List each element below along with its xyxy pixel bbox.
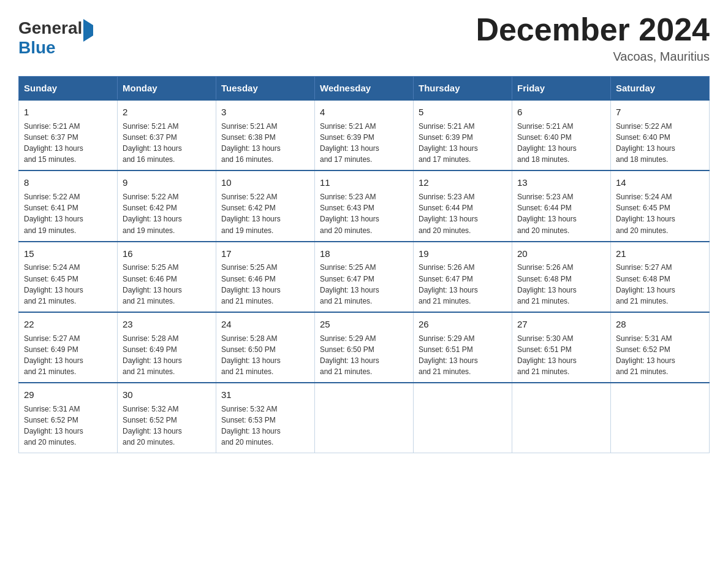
day-info: Sunrise: 5:23 AMSunset: 6:43 PMDaylight:…	[320, 193, 379, 234]
day-info: Sunrise: 5:21 AMSunset: 6:37 PMDaylight:…	[123, 122, 182, 164]
day-info: Sunrise: 5:22 AMSunset: 6:42 PMDaylight:…	[221, 193, 281, 234]
calendar-cell: 13 Sunrise: 5:23 AMSunset: 6:44 PMDaylig…	[512, 170, 611, 241]
calendar-cell: 3 Sunrise: 5:21 AMSunset: 6:38 PMDayligh…	[216, 100, 315, 170]
column-header-sunday: Sunday	[19, 77, 118, 101]
day-number: 10	[221, 176, 309, 190]
day-number: 6	[517, 105, 605, 119]
day-info: Sunrise: 5:32 AMSunset: 6:52 PMDaylight:…	[123, 405, 182, 446]
day-number: 15	[24, 247, 112, 261]
column-header-tuesday: Tuesday	[216, 77, 315, 101]
day-number: 27	[517, 318, 605, 331]
day-number: 28	[616, 318, 704, 331]
calendar-cell: 31 Sunrise: 5:32 AMSunset: 6:53 PMDaylig…	[216, 383, 315, 453]
calendar-cell: 7 Sunrise: 5:22 AMSunset: 6:40 PMDayligh…	[611, 100, 710, 170]
day-info: Sunrise: 5:29 AMSunset: 6:50 PMDaylight:…	[320, 334, 379, 376]
calendar-cell: 5 Sunrise: 5:21 AMSunset: 6:39 PMDayligh…	[414, 100, 512, 170]
day-number: 18	[320, 247, 408, 261]
day-number: 17	[221, 247, 309, 261]
calendar-cell: 11 Sunrise: 5:23 AMSunset: 6:43 PMDaylig…	[315, 170, 414, 241]
day-info: Sunrise: 5:28 AMSunset: 6:49 PMDaylight:…	[123, 334, 182, 376]
calendar-cell	[315, 383, 414, 453]
day-number: 26	[419, 318, 507, 331]
day-number: 2	[123, 105, 211, 119]
calendar-cell: 18 Sunrise: 5:25 AMSunset: 6:47 PMDaylig…	[315, 242, 414, 312]
day-number: 22	[24, 318, 112, 331]
calendar-cell: 17 Sunrise: 5:25 AMSunset: 6:46 PMDaylig…	[216, 242, 315, 312]
calendar-cell: 4 Sunrise: 5:21 AMSunset: 6:39 PMDayligh…	[315, 100, 414, 170]
calendar-cell: 10 Sunrise: 5:22 AMSunset: 6:42 PMDaylig…	[216, 170, 315, 241]
day-number: 5	[419, 105, 507, 119]
column-header-wednesday: Wednesday	[315, 77, 414, 101]
calendar-week-5: 29 Sunrise: 5:31 AMSunset: 6:52 PMDaylig…	[19, 383, 710, 453]
day-info: Sunrise: 5:21 AMSunset: 6:37 PMDaylight:…	[24, 122, 83, 164]
calendar-cell: 26 Sunrise: 5:29 AMSunset: 6:51 PMDaylig…	[414, 312, 512, 383]
day-info: Sunrise: 5:31 AMSunset: 6:52 PMDaylight:…	[24, 405, 83, 446]
calendar-cell: 20 Sunrise: 5:26 AMSunset: 6:48 PMDaylig…	[512, 242, 611, 312]
calendar-cell	[611, 383, 710, 453]
day-number: 16	[123, 247, 211, 261]
calendar-cell: 1 Sunrise: 5:21 AMSunset: 6:37 PMDayligh…	[19, 100, 118, 170]
page-header: General Blue December 2024 Vacoas, Mauri…	[18, 12, 710, 64]
day-info: Sunrise: 5:25 AMSunset: 6:46 PMDaylight:…	[123, 263, 182, 305]
page-title: December 2024	[476, 12, 710, 47]
day-number: 11	[320, 176, 408, 190]
day-number: 4	[320, 105, 408, 119]
calendar-cell: 19 Sunrise: 5:26 AMSunset: 6:47 PMDaylig…	[414, 242, 512, 312]
logo-arrow-icon	[83, 19, 93, 42]
calendar-cell: 25 Sunrise: 5:29 AMSunset: 6:50 PMDaylig…	[315, 312, 414, 383]
day-number: 24	[221, 318, 309, 331]
calendar-cell	[512, 383, 611, 453]
day-info: Sunrise: 5:30 AMSunset: 6:51 PMDaylight:…	[517, 334, 577, 376]
calendar-cell: 9 Sunrise: 5:22 AMSunset: 6:42 PMDayligh…	[118, 170, 216, 241]
calendar-cell: 12 Sunrise: 5:23 AMSunset: 6:44 PMDaylig…	[414, 170, 512, 241]
day-info: Sunrise: 5:21 AMSunset: 6:39 PMDaylight:…	[419, 122, 478, 164]
day-info: Sunrise: 5:21 AMSunset: 6:39 PMDaylight:…	[320, 122, 379, 164]
calendar-week-2: 8 Sunrise: 5:22 AMSunset: 6:41 PMDayligh…	[19, 170, 710, 241]
calendar-week-4: 22 Sunrise: 5:27 AMSunset: 6:49 PMDaylig…	[19, 312, 710, 383]
column-header-monday: Monday	[118, 77, 216, 101]
day-number: 23	[123, 318, 211, 331]
column-header-thursday: Thursday	[414, 77, 512, 101]
day-number: 25	[320, 318, 408, 331]
calendar-cell: 14 Sunrise: 5:24 AMSunset: 6:45 PMDaylig…	[611, 170, 710, 241]
day-info: Sunrise: 5:24 AMSunset: 6:45 PMDaylight:…	[616, 193, 675, 234]
day-info: Sunrise: 5:24 AMSunset: 6:45 PMDaylight:…	[24, 263, 83, 305]
logo-general: General	[18, 18, 82, 37]
day-number: 8	[24, 176, 112, 190]
calendar-week-3: 15 Sunrise: 5:24 AMSunset: 6:45 PMDaylig…	[19, 242, 710, 312]
calendar-cell: 21 Sunrise: 5:27 AMSunset: 6:48 PMDaylig…	[611, 242, 710, 312]
day-number: 21	[616, 247, 704, 261]
calendar-cell: 30 Sunrise: 5:32 AMSunset: 6:52 PMDaylig…	[118, 383, 216, 453]
day-info: Sunrise: 5:31 AMSunset: 6:52 PMDaylight:…	[616, 334, 675, 376]
day-info: Sunrise: 5:23 AMSunset: 6:44 PMDaylight:…	[419, 193, 478, 234]
day-info: Sunrise: 5:25 AMSunset: 6:47 PMDaylight:…	[320, 263, 379, 305]
day-number: 12	[419, 176, 507, 190]
day-number: 9	[123, 176, 211, 190]
day-number: 19	[419, 247, 507, 261]
day-number: 13	[517, 176, 605, 190]
day-number: 31	[221, 388, 309, 402]
logo-blue: Blue	[18, 38, 56, 57]
calendar-cell: 23 Sunrise: 5:28 AMSunset: 6:49 PMDaylig…	[118, 312, 216, 383]
logo: General Blue	[18, 18, 93, 58]
day-number: 30	[123, 388, 211, 402]
day-number: 3	[221, 105, 309, 119]
calendar-cell: 16 Sunrise: 5:25 AMSunset: 6:46 PMDaylig…	[118, 242, 216, 312]
calendar-cell: 15 Sunrise: 5:24 AMSunset: 6:45 PMDaylig…	[19, 242, 118, 312]
day-info: Sunrise: 5:32 AMSunset: 6:53 PMDaylight:…	[221, 405, 281, 446]
calendar-cell	[414, 383, 512, 453]
day-info: Sunrise: 5:22 AMSunset: 6:40 PMDaylight:…	[616, 122, 675, 164]
day-info: Sunrise: 5:22 AMSunset: 6:41 PMDaylight:…	[24, 193, 83, 234]
calendar-header-row: SundayMondayTuesdayWednesdayThursdayFrid…	[19, 77, 710, 101]
day-number: 14	[616, 176, 704, 190]
calendar-cell: 2 Sunrise: 5:21 AMSunset: 6:37 PMDayligh…	[118, 100, 216, 170]
column-header-saturday: Saturday	[611, 77, 710, 101]
day-info: Sunrise: 5:27 AMSunset: 6:49 PMDaylight:…	[24, 334, 83, 376]
day-info: Sunrise: 5:22 AMSunset: 6:42 PMDaylight:…	[123, 193, 182, 234]
calendar-week-1: 1 Sunrise: 5:21 AMSunset: 6:37 PMDayligh…	[19, 100, 710, 170]
day-info: Sunrise: 5:21 AMSunset: 6:38 PMDaylight:…	[221, 122, 281, 164]
column-header-friday: Friday	[512, 77, 611, 101]
day-info: Sunrise: 5:25 AMSunset: 6:46 PMDaylight:…	[221, 263, 281, 305]
day-info: Sunrise: 5:23 AMSunset: 6:44 PMDaylight:…	[517, 193, 577, 234]
calendar-cell: 29 Sunrise: 5:31 AMSunset: 6:52 PMDaylig…	[19, 383, 118, 453]
